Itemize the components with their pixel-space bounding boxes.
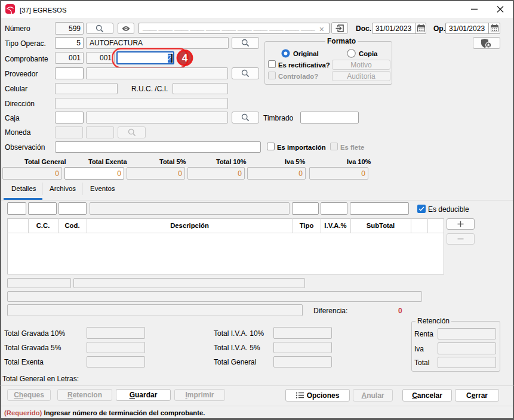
svg-text:4: 4 — [182, 52, 188, 64]
